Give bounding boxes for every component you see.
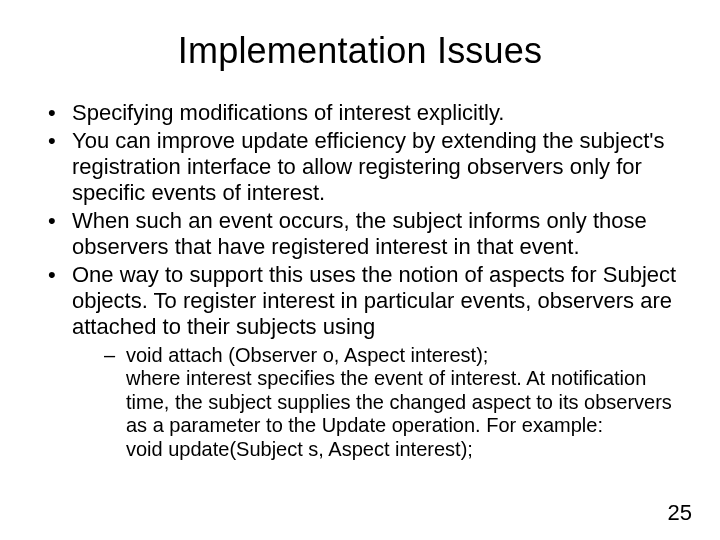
bullet-text: When such an event occurs, the subject i… [72, 208, 647, 259]
sub-bullet-list: void attach (Observer o, Aspect interest… [104, 344, 680, 462]
bullet-text: One way to support this uses the notion … [72, 262, 676, 339]
sub-bullet-item: void attach (Observer o, Aspect interest… [104, 344, 680, 462]
slide-title: Implementation Issues [40, 30, 680, 72]
bullet-list: Specifying modifications of interest exp… [48, 100, 680, 462]
bullet-item: Specifying modifications of interest exp… [48, 100, 680, 126]
bullet-item: You can improve update efficiency by ext… [48, 128, 680, 206]
code-line: void update(Subject s, Aspect interest); [126, 438, 473, 460]
bullet-text: Specifying modifications of interest exp… [72, 100, 504, 125]
bullet-item: One way to support this uses the notion … [48, 262, 680, 462]
code-line: void attach (Observer o, Aspect interest… [126, 344, 488, 366]
slide: Implementation Issues Specifying modific… [0, 0, 720, 540]
page-number: 25 [668, 500, 692, 526]
sub-bullet-text: where interest specifies the event of in… [126, 367, 672, 436]
bullet-text: You can improve update efficiency by ext… [72, 128, 664, 205]
bullet-item: When such an event occurs, the subject i… [48, 208, 680, 260]
